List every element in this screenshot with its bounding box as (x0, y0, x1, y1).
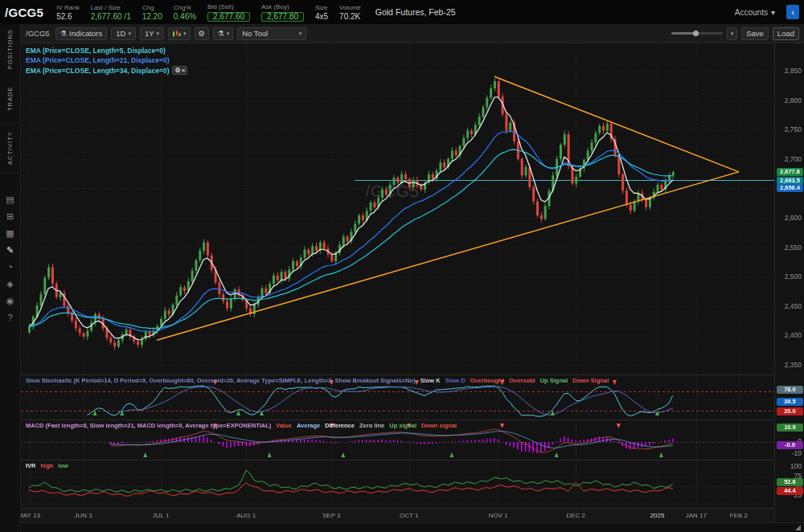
time-tick-label: OCT 1 (400, 512, 418, 519)
chevron-down-icon: ▾ (183, 31, 187, 37)
stat-size: Size 4x5 (315, 4, 328, 21)
legend-segment: Down Signal (572, 377, 609, 384)
legend-segment: Average (297, 422, 320, 429)
chart-symbol-label: /GCG5 (26, 29, 50, 38)
flask-icon: ⚗ (217, 29, 224, 38)
ivr-canvas[interactable] (21, 460, 774, 509)
target-icon[interactable]: ◉ (6, 296, 14, 305)
time-tick-label: AUG 1 (236, 512, 256, 519)
bottom-strip: ◢ (21, 522, 804, 532)
legend-segment: Up Signal (540, 377, 568, 384)
left-sidebar: POSITIONS TRADE ACTIVITY ▤⊞▦✎◔◈◉? (0, 24, 21, 532)
legend-segment: Zero line (359, 422, 384, 429)
collapse-panel-button[interactable]: ‹ (786, 5, 799, 19)
help-icon[interactable]: ? (7, 313, 12, 322)
range-dropdown[interactable]: 1Y ▾ (140, 27, 164, 40)
time-tick-label: FEB 2 (730, 512, 748, 519)
time-tick-label: 2025 (650, 512, 665, 519)
ask-button[interactable]: 2,677.80 (261, 12, 304, 22)
legend-segment: Down signal (421, 422, 457, 429)
time-tick-label: MAY 13 (18, 512, 40, 519)
bid-button[interactable]: 2,677.60 (207, 12, 250, 22)
time-tick-label: DEC 2 (566, 512, 585, 519)
legend-segment: Slow D (445, 377, 466, 384)
chevron-down-icon: ▾ (128, 31, 131, 37)
legend-segment: Up signal (389, 422, 416, 429)
timeframe-dropdown[interactable]: 1D ▾ (111, 27, 136, 40)
accounts-dropdown[interactable]: Accounts ▾ (735, 8, 775, 17)
bid-sell: Bid (Sell) 2,677.60 (207, 3, 250, 22)
stochastic-pane[interactable]: Slow Stochastic (K Period=14, D Period=9… (21, 374, 804, 419)
indicators-button[interactable]: ⚗ Indicators (55, 27, 108, 40)
draw-icon[interactable]: ✎ (6, 245, 14, 255)
price-pane[interactable]: /GCG5 EMA (Price=CLOSE, Length=5, Displa… (21, 43, 804, 374)
studies-quick-button[interactable]: ⚗ ▾ (213, 27, 233, 40)
ema-study-label[interactable]: EMA (Price=CLOSE, Length=34, Displace=0)… (26, 66, 187, 75)
legend-segment: Overbought (470, 377, 505, 384)
calculator-icon[interactable]: ⊞ (6, 211, 14, 221)
save-button[interactable]: Save (741, 27, 769, 40)
chart-area: /GCG5 ⚗ Indicators 1D ▾ 1Y ▾ ▾ (21, 24, 804, 532)
ema-label-text: EMA (Price=CLOSE, Length=34, Displace=0) (26, 67, 169, 75)
zoom-slider[interactable] (671, 32, 723, 35)
sidebar-tab-positions[interactable]: POSITIONS (0, 24, 20, 74)
chevron-down-icon: ▾ (157, 31, 160, 37)
stat-last-size: Last / Size 2,677.60 /1 (91, 4, 131, 21)
ivr-pane[interactable]: IVRhighlow (21, 460, 804, 508)
time-tick-label: NOV 1 (489, 512, 508, 519)
stat-chg-pct: Chg% 0.46% (174, 4, 196, 21)
time-tick-label: SEP 3 (322, 512, 341, 519)
ema-settings-icon[interactable]: ⚙ (174, 67, 180, 74)
gauge-icon[interactable]: ◔ (7, 262, 13, 272)
ema-study-label[interactable]: EMA (Price=CLOSE, Length=5, Displace=0) (26, 47, 187, 55)
price-axis-background[interactable] (774, 43, 804, 522)
legend-segment: Value (276, 422, 292, 429)
macd-pane[interactable]: MACD (Fast length=8, Slow length=21, MAC… (21, 419, 804, 460)
chart-toolbar: /GCG5 ⚗ Indicators 1D ▾ 1Y ▾ ▾ (21, 24, 804, 43)
ema-label-text: EMA (Price=CLOSE, Length=21, Displace=0) (26, 56, 169, 64)
legend-segment: Oversold (509, 377, 535, 384)
trading-platform-window: /GCG5 IV Rank 52.6 Last / Size 2,677.60 … (0, 0, 804, 532)
chevron-down-icon: ▾ (731, 31, 734, 37)
gear-icon: ⚙ (199, 29, 206, 38)
ema-tools: ⚙× (172, 66, 187, 75)
stat-volume: Volume 70.2K (339, 4, 361, 21)
ask-buy: Ask (Buy) 2,677.80 (261, 3, 304, 22)
document-icon[interactable]: ▤ (6, 194, 14, 204)
ema-study-label[interactable]: EMA (Price=CLOSE, Length=21, Displace=0) (26, 56, 187, 64)
time-tick-label: JUN 3 (74, 512, 92, 519)
briefcase-icon[interactable]: ▦ (6, 228, 14, 238)
study-legend-stack: EMA (Price=CLOSE, Length=5, Displace=0)E… (26, 47, 187, 75)
time-tick-label: JUL 1 (153, 512, 170, 519)
quote-header: /GCG5 IV Rank 52.6 Last / Size 2,677.60 … (0, 0, 804, 24)
candlestick-icon (172, 30, 181, 38)
zoom-slider-handle[interactable] (693, 31, 699, 36)
sidebar-icon-stack: ▤⊞▦✎◔◈◉? (6, 194, 14, 322)
contract-description: Gold Futures, Feb-25 (375, 7, 456, 17)
chevron-down-icon: ▾ (771, 8, 775, 17)
symbol-title: /GCG5 (5, 6, 43, 19)
price-chart-canvas[interactable] (21, 43, 774, 374)
legend-segment: IVR (26, 462, 36, 469)
load-button[interactable]: Load (773, 27, 799, 40)
chart-style-dropdown[interactable]: ▾ (168, 27, 191, 40)
ema-remove-icon[interactable]: × (182, 67, 186, 74)
stochastic-legend: Slow Stochastic (K Period=14, D Period=9… (26, 377, 613, 384)
users-icon[interactable]: ◈ (6, 279, 13, 289)
sidebar-tab-trade[interactable]: TRADE (0, 74, 20, 124)
macd-legend: MACD (Fast length=8, Slow length=21, MAC… (26, 422, 461, 429)
legend-segment: Slow Stochastic (K Period=14, D Period=9… (26, 377, 416, 384)
sidebar-tab-activity[interactable]: ACTIVITY (0, 124, 20, 174)
chevron-down-icon: ▾ (227, 31, 230, 37)
time-tick-label: JAN 17 (686, 512, 707, 519)
chevron-down-icon: ▾ (299, 31, 302, 37)
chart-settings-button[interactable]: ⚙ (195, 27, 210, 40)
legend-segment: MACD (Fast length=8, Slow length=21, MAC… (26, 422, 271, 429)
time-axis[interactable]: MAY 13JUN 3JUL 1AUG 1SEP 3OCT 1NOV 1DEC … (21, 508, 804, 522)
legend-segment: high (41, 462, 54, 469)
stat-chg: Chg 12.20 (142, 4, 162, 21)
axis-options-dropdown[interactable]: ▾ (727, 27, 738, 40)
resize-icon[interactable]: ◢ (795, 523, 801, 532)
legend-segment: Slow K (420, 377, 441, 384)
drawing-tool-dropdown[interactable]: No Tool ▾ (237, 27, 306, 40)
